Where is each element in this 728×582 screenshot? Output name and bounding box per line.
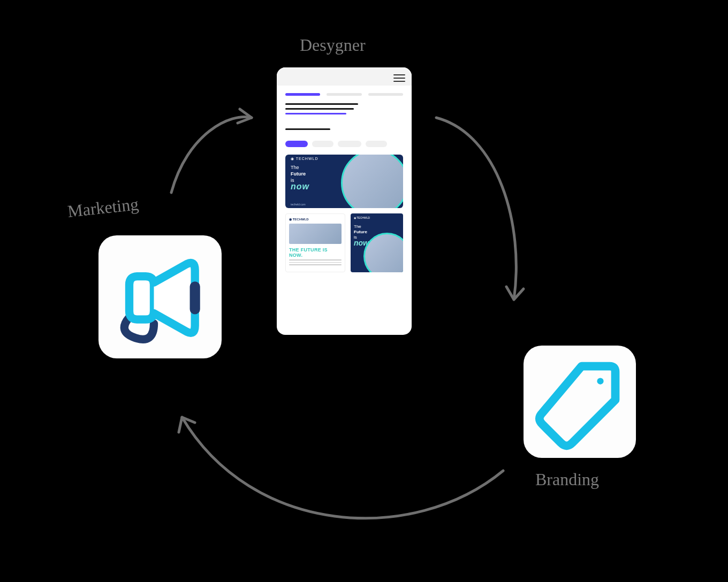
chip[interactable] <box>338 141 361 147</box>
text-line-accent <box>285 113 346 114</box>
template-brand: ◉ TECHWLD <box>291 157 318 161</box>
diagram-stage: Desygner Marketing Branding <box>0 0 728 582</box>
tab-2[interactable] <box>327 93 361 96</box>
template-card-c[interactable]: ◉ TECHWLD The Future is now <box>351 213 403 272</box>
template-bodylines <box>289 259 342 265</box>
chip[interactable] <box>366 141 387 147</box>
template-grid: ◉ TECHWLD The Future is now techwld.com … <box>285 155 403 272</box>
template-brand: ◉ TECHWLD <box>289 217 342 221</box>
phone-topbar <box>277 67 412 86</box>
tag-icon <box>524 346 636 458</box>
chip-row <box>285 141 403 147</box>
tab-row <box>285 93 403 96</box>
template-url: techwld.com <box>291 203 306 206</box>
phone-mock: ◉ TECHWLD The Future is now techwld.com … <box>277 67 412 335</box>
chip-active[interactable] <box>285 141 308 147</box>
text-line <box>285 108 354 110</box>
hamburger-icon[interactable] <box>393 72 405 84</box>
template-text: The Future is now <box>354 224 369 246</box>
phone-body: ◉ TECHWLD The Future is now techwld.com … <box>277 86 412 272</box>
label-desygner: Desygner <box>300 35 366 55</box>
chip[interactable] <box>312 141 333 147</box>
template-head: THE FUTURE IS NOW. <box>289 247 342 258</box>
text-line <box>285 103 358 105</box>
card-branding <box>524 346 636 458</box>
template-card-a[interactable]: ◉ TECHWLD The Future is now techwld.com <box>285 155 403 208</box>
template-image <box>363 233 403 272</box>
template-image <box>341 155 403 208</box>
label-marketing: Marketing <box>66 194 139 221</box>
text-line <box>285 128 330 130</box>
template-image <box>289 224 342 244</box>
label-branding: Branding <box>535 470 599 489</box>
tab-1[interactable] <box>285 93 320 96</box>
template-text: The Future is now <box>291 164 309 190</box>
svg-point-1 <box>597 378 603 384</box>
template-brand: ◉ TECHWLD <box>354 216 370 219</box>
card-marketing <box>98 235 222 358</box>
megaphone-icon <box>98 235 222 358</box>
tab-3[interactable] <box>368 93 403 96</box>
template-card-b[interactable]: ◉ TECHWLD THE FUTURE IS NOW. <box>285 213 345 272</box>
